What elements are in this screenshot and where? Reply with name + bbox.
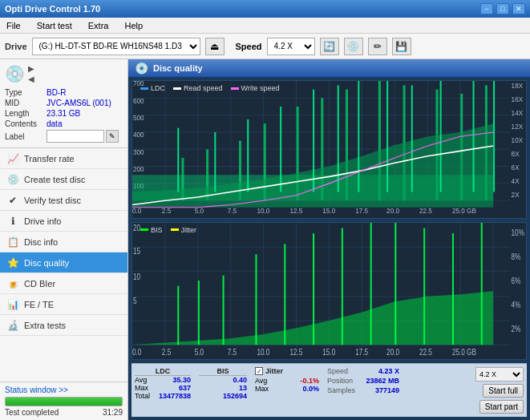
disc-info-label: Disc info	[24, 237, 58, 247]
disc-length-label: Length	[5, 109, 47, 118]
cd-bier-icon: 🍺	[6, 278, 19, 289]
svg-text:200: 200	[133, 165, 144, 173]
transfer-rate-icon: 📈	[6, 153, 19, 164]
main-area: 💿 ▶ ◀ Type BD-R MID JVC-AMS6L (001) Leng…	[0, 59, 530, 420]
maximize-button[interactable]: □	[496, 3, 509, 14]
disc-type-label: Type	[5, 88, 47, 97]
jitter-checkbox[interactable]: ✓	[255, 367, 263, 375]
disc-contents-row: Contents data	[5, 119, 123, 128]
svg-rect-121	[481, 223, 483, 345]
jitter-max-row: Max 0.0%	[255, 385, 319, 393]
svg-rect-65	[338, 85, 339, 192]
chart-speed-select[interactable]: 4.2 X	[475, 367, 524, 382]
disc-quality-title: Disc quality	[153, 63, 203, 73]
bis-total-value: 152694	[223, 392, 247, 400]
bis-avg-row: 0.40	[199, 376, 247, 384]
position-value: 23862 MB	[366, 377, 399, 385]
legend-write-speed: Write speed	[231, 84, 280, 92]
svg-text:500: 500	[133, 114, 144, 122]
content-area: 💿 Disc quality LDC Read speed	[128, 59, 530, 420]
start-part-button[interactable]: Start part	[479, 400, 524, 414]
bis-col-header: BIS	[199, 367, 247, 376]
chart1-svg: 700 600 500 400 300 200 100 18X 16X 14X …	[132, 81, 526, 218]
speed-label: Speed	[236, 42, 262, 51]
svg-text:10X: 10X	[512, 136, 524, 144]
svg-text:25.0 GB: 25.0 GB	[452, 347, 476, 357]
sidebar-item-disc-quality[interactable]: ⭐ Disc quality	[0, 252, 127, 273]
svg-rect-67	[386, 81, 388, 192]
svg-text:15: 15	[133, 246, 140, 256]
window-controls: − □ ✕	[480, 3, 525, 14]
legend-bis: BIS	[140, 226, 163, 234]
disc-icon-btn[interactable]: 💿	[344, 38, 363, 55]
disc-label-label: Label	[5, 132, 47, 141]
svg-text:12X: 12X	[512, 123, 524, 131]
ldc-avg-value: 35.30	[172, 376, 191, 384]
menubar: File Start test Extra Help	[0, 18, 530, 34]
disc-header: 💿 ▶ ◀	[5, 64, 123, 83]
svg-rect-110	[177, 285, 179, 344]
start-full-button[interactable]: Start full	[483, 384, 524, 398]
sidebar-item-drive-info[interactable]: ℹ Drive info	[0, 211, 127, 232]
disc-label-row: Label ✎	[5, 130, 123, 143]
svg-text:5: 5	[133, 295, 137, 305]
svg-text:7.5: 7.5	[228, 207, 237, 215]
samples-label: Samples	[327, 386, 355, 394]
stats-table: LDC Avg 35.30 Max 637 Total 13477838	[135, 367, 455, 400]
svg-text:10: 10	[133, 271, 140, 281]
svg-text:2X: 2X	[512, 191, 520, 199]
speed-select[interactable]: 4.2 X	[267, 38, 315, 55]
chart2-area: BIS Jitter	[131, 222, 527, 361]
svg-text:6X: 6X	[512, 164, 520, 172]
status-time: 31:29	[103, 408, 123, 417]
svg-rect-115	[313, 233, 314, 345]
drive-select[interactable]: (G:) HL-DT-ST BD-RE WH16NS48 1.D3	[32, 38, 200, 55]
position-row: Position 23862 MB	[327, 377, 399, 385]
speed-value: 4.23 X	[378, 367, 399, 375]
svg-text:22.5: 22.5	[419, 207, 432, 215]
ldc-max-row: Max 637	[135, 384, 191, 392]
svg-text:12.5: 12.5	[289, 207, 302, 215]
svg-text:2%: 2%	[512, 324, 521, 333]
jitter-max-value: 0.0%	[302, 385, 319, 393]
menu-start-test[interactable]: Start test	[34, 19, 75, 32]
menu-help[interactable]: Help	[121, 19, 146, 32]
write-icon-btn[interactable]: ✏	[368, 38, 387, 55]
chart2-svg: 20 15 10 5 10% 8% 6% 4% 2% 0.0 2.5 5.0 7…	[132, 223, 526, 360]
eject-button[interactable]: ⏏	[205, 38, 225, 55]
svg-text:400: 400	[133, 131, 144, 139]
svg-rect-117	[370, 223, 372, 345]
close-button[interactable]: ✕	[512, 3, 525, 14]
disc-panel: 💿 ▶ ◀ Type BD-R MID JVC-AMS6L (001) Leng…	[0, 59, 127, 148]
menu-extra[interactable]: Extra	[85, 19, 112, 32]
sidebar-item-extra-tests[interactable]: 🔬 Extra tests	[0, 315, 127, 336]
disc-type-row: Type BD-R	[5, 88, 123, 97]
disc-label-btn[interactable]: ✎	[106, 130, 119, 143]
drive-info-icon: ℹ	[6, 216, 19, 227]
jitter-color-dot	[171, 228, 179, 231]
refresh-button[interactable]: 🔄	[320, 38, 339, 55]
bis-max-row: 13	[199, 384, 247, 392]
jitter-label: Jitter	[265, 367, 283, 375]
status-window-button[interactable]: Status window >>	[5, 386, 123, 394]
sidebar-item-cd-bier[interactable]: 🍺 CD BIer	[0, 273, 127, 294]
sidebar-item-create-test-disc[interactable]: 💿 Create test disc	[0, 169, 127, 190]
menu-file[interactable]: File	[3, 19, 24, 32]
svg-rect-64	[313, 90, 314, 192]
save-button[interactable]: 💾	[392, 38, 411, 55]
sidebar-item-verify-test-disc[interactable]: ✔ Verify test disc	[0, 190, 127, 211]
disc-label-input[interactable]	[47, 130, 104, 143]
progress-bar-container	[5, 397, 123, 406]
jitter-avg-row: Avg -0.1%	[255, 377, 319, 385]
ldc-legend-label: LDC	[151, 84, 165, 92]
bis-stats-col: BIS 0.40 13 152694	[199, 367, 247, 400]
jitter-header-row: ✓ Jitter	[255, 367, 319, 375]
bis-avg-value: 0.40	[233, 376, 247, 384]
svg-rect-71	[493, 81, 495, 192]
sidebar-item-transfer-rate[interactable]: 📈 Transfer rate	[0, 148, 127, 169]
status-section: Status window >> Test completed 31:29	[0, 382, 127, 420]
sidebar-item-fe-te[interactable]: 📊 FE / TE	[0, 294, 127, 315]
sidebar-item-disc-info[interactable]: 📋 Disc info	[0, 232, 127, 252]
disc-quality-header-icon: 💿	[135, 62, 148, 75]
minimize-button[interactable]: −	[480, 3, 493, 14]
